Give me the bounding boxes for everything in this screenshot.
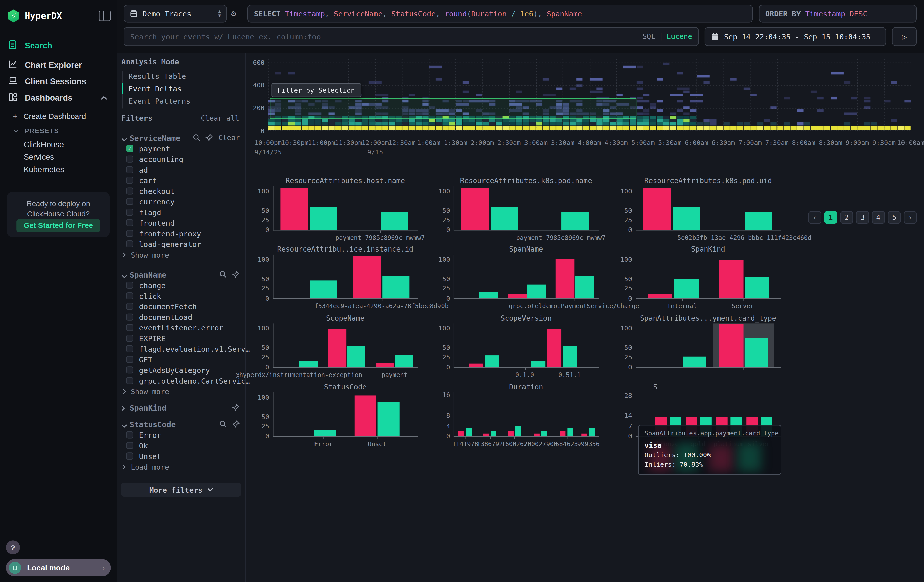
filter-checkbox-frontend[interactable]: frontend (126, 218, 241, 228)
checkbox-unchecked[interactable] (126, 177, 133, 184)
checkbox-unchecked[interactable] (126, 187, 133, 195)
filter-checkbox-ok[interactable]: Ok (126, 441, 241, 450)
analysis-mode-results-table[interactable]: Results Table (129, 72, 186, 81)
checkbox-unchecked[interactable] (126, 377, 133, 384)
page-next-button[interactable]: › (904, 211, 917, 224)
source-select[interactable]: Demo Traces ▲▼ (124, 5, 227, 23)
sql-select-editor[interactable]: SELECT Timestamp, ServiceName, StatusCod… (248, 5, 753, 23)
checkbox-unchecked[interactable] (126, 230, 133, 237)
show-more-button[interactable]: Show more (122, 251, 169, 259)
checkbox-unchecked[interactable] (126, 198, 133, 205)
filter-by-selection-button[interactable]: Filter by Selection (271, 83, 361, 97)
page-button-4[interactable]: 4 (872, 211, 885, 224)
filter-checkbox-checkout[interactable]: checkout (126, 186, 241, 196)
language-switch[interactable]: SQL|Lucene (643, 32, 692, 41)
sql-toggle[interactable]: SQL (643, 32, 655, 41)
run-query-button[interactable]: ▷ (892, 27, 917, 46)
gear-icon[interactable]: ⚙ (231, 8, 236, 19)
page-button-5[interactable]: 5 (888, 211, 901, 224)
filter-checkbox-change[interactable]: change (126, 280, 241, 290)
page-button-2[interactable]: 2 (840, 211, 853, 224)
filter-checkbox-cart[interactable]: cart (126, 176, 241, 185)
sidebar-item-dashboards[interactable]: Dashboards (0, 90, 117, 106)
checkbox-unchecked[interactable] (126, 166, 133, 173)
filter-group-header-spankind[interactable]: SpanKind (117, 403, 246, 412)
page-button-1[interactable]: 1 (824, 211, 837, 224)
filter-checkbox-currency[interactable]: currency (126, 197, 241, 206)
search-icon[interactable] (187, 132, 200, 143)
help-button[interactable]: ? (6, 540, 20, 554)
page-prev-button[interactable]: ‹ (808, 211, 821, 224)
show-more-button[interactable]: Show more (122, 387, 169, 396)
y-tick: 100 (432, 256, 450, 263)
search-doc-icon (8, 40, 25, 51)
date-range-picker[interactable]: Sep 14 22:04:35 - Sep 15 10:04:35 (705, 27, 886, 46)
checkbox-unchecked[interactable] (126, 292, 133, 299)
more-filters-button[interactable]: More filters (121, 483, 241, 497)
search-icon[interactable] (214, 269, 227, 280)
filter-checkbox-payment[interactable]: ✓payment (126, 144, 241, 153)
sidebar-collapse-icon[interactable] (99, 11, 111, 21)
pin-icon[interactable] (227, 269, 239, 280)
checkbox-unchecked[interactable] (126, 366, 133, 374)
search-input[interactable]: Search your events w/ Lucene ex. column:… (124, 27, 699, 46)
filter-checkbox-accounting[interactable]: accounting (126, 154, 241, 164)
page-button-3[interactable]: 3 (856, 211, 869, 224)
clear-filter-button[interactable]: Clear (219, 134, 240, 142)
checkbox-unchecked[interactable] (126, 452, 133, 460)
filter-checkbox-load-generator[interactable]: load-generator (126, 239, 241, 249)
filter-checkbox-frontend-proxy[interactable]: frontend-proxy (126, 229, 241, 238)
filter-checkbox-expire[interactable]: EXPIRE (126, 333, 241, 343)
filter-checkbox-eventlistener-error[interactable]: eventListener.error (126, 323, 241, 332)
order-by-editor[interactable]: ORDER BY Timestamp DESC (759, 5, 917, 23)
checkbox-unchecked[interactable] (126, 431, 133, 438)
checkbox-unchecked[interactable] (126, 335, 133, 342)
checkbox-unchecked[interactable] (126, 156, 133, 163)
sidebar-item-create-dashboard[interactable]: + Create Dashboard (0, 112, 130, 121)
filter-checkbox-get[interactable]: GET (126, 355, 241, 364)
user-menu[interactable]: U Local mode › (6, 559, 111, 576)
tooltip-value: visa (639, 441, 780, 450)
filter-checkbox-documentload[interactable]: documentLoad (126, 312, 241, 322)
filter-checkbox-getadsbycategory[interactable]: getAdsByCategory (126, 365, 241, 375)
checkbox-unchecked[interactable] (126, 282, 133, 289)
sidebar-item-chart-explorer[interactable]: Chart Explorer (0, 57, 117, 73)
pin-icon[interactable] (200, 132, 213, 143)
analysis-mode-event-deltas[interactable]: Event Deltas (129, 84, 182, 93)
pin-icon[interactable] (227, 402, 239, 413)
sidebar-item-presets[interactable]: PRESETS (0, 127, 130, 134)
checkbox-unchecked[interactable] (126, 356, 133, 363)
filter-group-header-statuscode[interactable]: StatusCode (117, 420, 246, 429)
pin-icon[interactable] (227, 419, 239, 430)
filter-group-header-spanname[interactable]: SpanName (117, 270, 246, 279)
checkbox-unchecked[interactable] (126, 345, 133, 353)
filter-checkbox-click[interactable]: click (126, 291, 241, 300)
sidebar-item-search[interactable]: Search (0, 38, 117, 53)
y-tick: 100 (615, 187, 632, 195)
sidebar-item-client-sessions[interactable]: Client Sessions (0, 74, 117, 89)
filter-checkbox-grpc-oteldemo-cartservic-[interactable]: grpc.oteldemo.CartServic… (126, 376, 241, 386)
checkbox-unchecked[interactable] (126, 313, 133, 321)
filter-checkbox-error[interactable]: Error (126, 430, 241, 440)
heatmap-selection[interactable] (270, 98, 636, 119)
analysis-mode-event-patterns[interactable]: Event Patterns (129, 97, 191, 106)
load-more-button[interactable]: Load more (122, 463, 169, 472)
checkbox-unchecked[interactable] (126, 303, 133, 310)
filter-checkbox-flagd[interactable]: flagd (126, 208, 241, 217)
checkbox-unchecked[interactable] (126, 442, 133, 449)
filter-checkbox-flagd-evaluation-v1-serv-[interactable]: flagd.evaluation.v1.Serv… (126, 344, 241, 353)
filter-group-header-servicename[interactable]: ServiceNameClear (117, 133, 246, 142)
search-icon[interactable] (214, 419, 227, 430)
checkbox-checked[interactable]: ✓ (126, 145, 133, 152)
checkbox-unchecked[interactable] (126, 241, 133, 247)
filter-checkbox-ad[interactable]: ad (126, 165, 241, 174)
lucene-toggle[interactable]: Lucene (667, 32, 692, 41)
clear-all-button[interactable]: Clear all (201, 114, 239, 123)
get-started-button[interactable]: Get Started for Free (16, 219, 100, 232)
heatmap-canvas[interactable] (268, 59, 911, 133)
filter-checkbox-documentfetch[interactable]: documentFetch (126, 302, 241, 311)
checkbox-unchecked[interactable] (126, 219, 133, 226)
checkbox-unchecked[interactable] (126, 208, 133, 216)
checkbox-unchecked[interactable] (126, 324, 133, 331)
filter-checkbox-unset[interactable]: Unset (126, 452, 241, 461)
